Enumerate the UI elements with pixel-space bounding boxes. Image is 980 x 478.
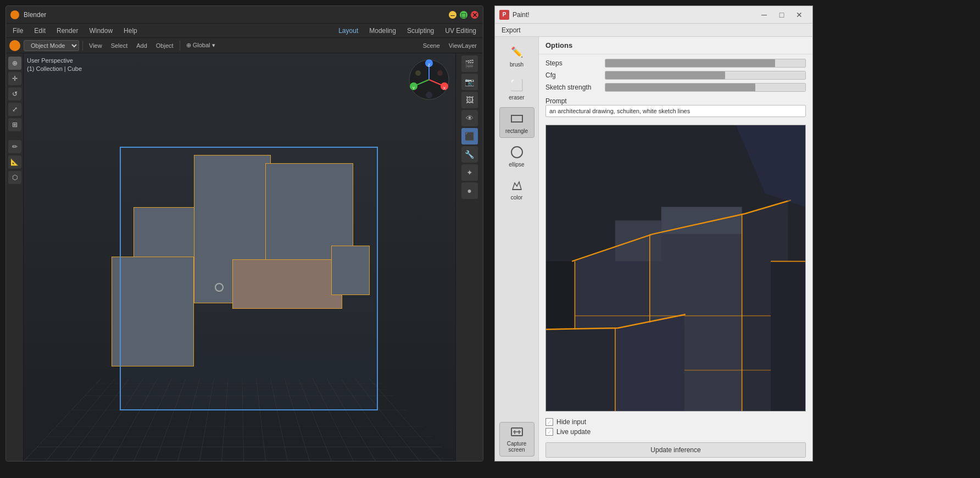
live-update-row: ✓ Live update bbox=[545, 428, 806, 436]
toolbar-object[interactable]: Object bbox=[153, 41, 176, 50]
cage-tool[interactable]: ⬡ bbox=[8, 171, 21, 184]
axis-svg: Z X Y bbox=[407, 58, 451, 102]
eraser-label: eraser bbox=[509, 95, 524, 101]
cfg-slider-fill bbox=[605, 71, 725, 79]
steps-slider[interactable] bbox=[605, 59, 806, 68]
menu-file[interactable]: File bbox=[10, 26, 25, 36]
paint-color-tool[interactable]: color bbox=[499, 174, 534, 204]
svg-point-12 bbox=[437, 70, 443, 76]
maximize-button[interactable]: □ bbox=[460, 11, 467, 19]
properties-scene-icon[interactable]: 🎬 bbox=[461, 55, 478, 72]
paint-menu-export[interactable]: Export bbox=[499, 25, 523, 35]
paint-minimize-button[interactable]: ─ bbox=[755, 7, 773, 23]
steps-row: Steps bbox=[545, 59, 806, 68]
properties-render-icon[interactable]: 📷 bbox=[461, 74, 478, 90]
paint-maximize-button[interactable]: □ bbox=[773, 7, 790, 23]
prompt-input[interactable] bbox=[545, 105, 806, 117]
toolbar-view[interactable]: View bbox=[86, 41, 105, 50]
brush-label: brush bbox=[510, 62, 524, 68]
workspace-layout-tab[interactable]: Layout bbox=[336, 26, 360, 36]
paint-main-content: ✏️ brush ⬜ eraser rectangle bbox=[495, 37, 812, 461]
live-update-checkbox[interactable]: ✓ bbox=[545, 428, 553, 436]
toolbar-select[interactable]: Select bbox=[108, 41, 131, 50]
color-label: color bbox=[511, 194, 523, 201]
paint-window-title: Paint! bbox=[513, 11, 755, 19]
scene-canvas: Z X Y bbox=[24, 53, 455, 461]
paint-tools-panel: ✏️ brush ⬜ eraser rectangle bbox=[495, 37, 539, 461]
toolbar-global[interactable]: ⊕ Global ▾ bbox=[183, 41, 218, 50]
paint-eraser-tool[interactable]: ⬜ eraser bbox=[499, 74, 534, 104]
menu-render[interactable]: Render bbox=[54, 26, 80, 36]
properties-material-icon[interactable]: ● bbox=[461, 182, 478, 199]
measure-tool[interactable]: 📐 bbox=[8, 155, 21, 169]
annotate-tool[interactable]: ✏ bbox=[8, 140, 21, 153]
paint-close-button[interactable]: ✕ bbox=[790, 7, 808, 23]
prompt-section: Prompt bbox=[545, 95, 806, 117]
workspace-sculpting-tab[interactable]: Sculpting bbox=[405, 26, 436, 36]
paint-ellipse-tool[interactable]: ellipse bbox=[499, 141, 534, 171]
properties-object-icon[interactable]: ⬛ bbox=[461, 128, 478, 144]
transform-pivot bbox=[215, 283, 224, 292]
properties-view-icon[interactable]: 👁 bbox=[461, 110, 478, 126]
capture-icon bbox=[510, 426, 524, 439]
move-tool[interactable]: ✛ bbox=[8, 72, 21, 85]
cursor-tool[interactable]: ⊕ bbox=[8, 57, 21, 70]
menu-window[interactable]: Window bbox=[87, 26, 115, 36]
paint-window-controls: ─ □ ✕ bbox=[755, 7, 808, 23]
bottom-options: ✓ Hide input ✓ Live update bbox=[539, 415, 812, 439]
close-button[interactable]: ✕ bbox=[471, 11, 478, 19]
toolbar-viewlayer[interactable]: ViewLayer bbox=[446, 41, 480, 50]
color-icon bbox=[509, 177, 525, 193]
ellipse-label: ellipse bbox=[509, 162, 524, 168]
workspace-uvediting-tab[interactable]: UV Editing bbox=[443, 26, 478, 36]
blender-window: Blender – □ ✕ File Edit Render Window He… bbox=[5, 5, 483, 462]
menu-help[interactable]: Help bbox=[121, 26, 140, 36]
svg-rect-39 bbox=[771, 262, 805, 411]
toolbar-sep2 bbox=[180, 41, 180, 51]
blender-logo-icon bbox=[10, 10, 19, 19]
rectangle-label: rectangle bbox=[505, 128, 528, 134]
toolbar-scene[interactable]: Scene bbox=[420, 41, 443, 50]
brush-icon: ✏️ bbox=[509, 45, 525, 60]
right-properties-panel: 🎬 📷 🖼 👁 ⬛ 🔧 ✦ ● bbox=[455, 53, 483, 461]
rectangle-icon bbox=[509, 111, 525, 126]
transform-tool[interactable]: ⊞ bbox=[8, 118, 21, 131]
capture-screen-button[interactable]: Capture screen bbox=[499, 422, 534, 457]
paint-menu-bar: Export bbox=[495, 24, 812, 37]
paint-window: P Paint! ─ □ ✕ Export ✏️ brush ⬜ eraser bbox=[494, 5, 813, 462]
svg-text:Z: Z bbox=[428, 63, 431, 68]
viewport-3d[interactable]: User Perspective (1) Collection | Cube bbox=[24, 53, 455, 461]
prompt-label: Prompt bbox=[545, 97, 806, 105]
update-inference-button[interactable]: Update inference bbox=[545, 442, 806, 458]
ellipse-icon bbox=[509, 144, 525, 160]
gn-axis-widget: Z X Y bbox=[407, 58, 451, 102]
paint-rectangle-tool[interactable]: rectangle bbox=[499, 107, 534, 138]
svg-marker-36 bbox=[546, 329, 615, 411]
properties-output-icon[interactable]: 🖼 bbox=[461, 92, 478, 108]
svg-point-14 bbox=[511, 147, 522, 158]
sketch-strength-slider[interactable] bbox=[605, 83, 806, 92]
hide-input-checkbox[interactable]: ✓ bbox=[545, 418, 553, 426]
sketch-strength-label: Sketch strength bbox=[545, 84, 600, 91]
render-scene bbox=[546, 125, 805, 411]
cfg-slider[interactable] bbox=[605, 71, 806, 80]
minimize-button[interactable]: – bbox=[449, 11, 456, 19]
properties-particles-icon[interactable]: ✦ bbox=[461, 164, 478, 181]
mode-selector[interactable]: Object Mode bbox=[24, 40, 79, 51]
scale-tool[interactable]: ⤢ bbox=[8, 103, 21, 116]
svg-rect-17 bbox=[515, 427, 519, 429]
svg-marker-37 bbox=[615, 316, 684, 411]
properties-modifier-icon[interactable]: 🔧 bbox=[461, 146, 478, 163]
rotate-tool[interactable]: ↺ bbox=[8, 87, 21, 101]
workspace-modeling-tab[interactable]: Modeling bbox=[367, 26, 398, 36]
svg-text:X: X bbox=[443, 86, 446, 91]
svg-rect-26 bbox=[615, 220, 661, 261]
menu-edit[interactable]: Edit bbox=[32, 26, 48, 36]
paint-options-panel: Options Steps Cfg bbox=[539, 37, 812, 461]
toolbar-add[interactable]: Add bbox=[133, 41, 150, 50]
hide-input-label: Hide input bbox=[556, 418, 586, 426]
viewport-label: User Perspective (1) Collection | Cube bbox=[27, 57, 82, 74]
svg-point-11 bbox=[415, 70, 421, 76]
paint-brush-tool[interactable]: ✏️ brush bbox=[499, 41, 534, 71]
paint-logo-icon: P bbox=[499, 10, 509, 20]
